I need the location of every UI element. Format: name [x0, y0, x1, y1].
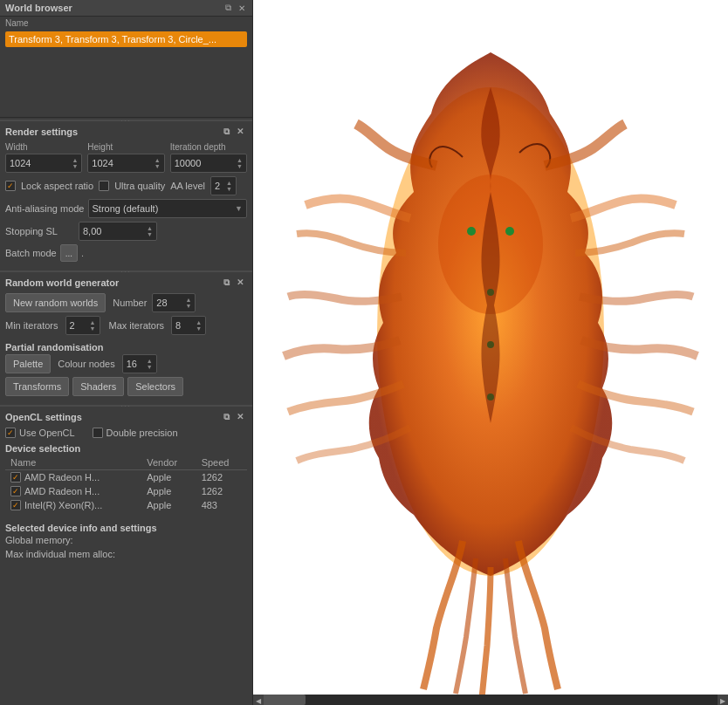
lock-aspect-label: Lock aspect ratio [21, 181, 93, 191]
aa-up[interactable]: ▲ [226, 180, 232, 186]
colour-nodes-up[interactable]: ▲ [147, 358, 153, 364]
number-down[interactable]: ▼ [185, 303, 191, 309]
opencl-title: OpenCL settings [5, 412, 82, 422]
device-selection-header: Device selection [5, 441, 247, 455]
device-checkbox[interactable] [10, 486, 21, 496]
colour-nodes-spinbox[interactable]: 16 ▲ ▼ [122, 354, 157, 373]
device-info-header: Selected device info and settings [5, 519, 247, 535]
opencl-float-icon[interactable]: ⧉ [223, 412, 234, 422]
device-table-row[interactable]: Intel(R) Xeon(R)...Apple483 [5, 498, 247, 512]
device-col-name: Name [5, 455, 141, 470]
shaders-btn[interactable]: Shaders [72, 377, 124, 396]
height-down[interactable]: ▼ [155, 163, 161, 169]
double-precision-checkbox[interactable] [93, 428, 103, 438]
random-world-form: New random worlds Number 28 ▲ ▼ Min iter… [0, 290, 252, 403]
min-iterators-value: 2 [70, 320, 90, 331]
number-label: Number [113, 298, 147, 308]
min-iterators-label: Min iterators [5, 320, 58, 331]
partial-randomisation-header: Partial randomisation [5, 339, 247, 354]
partial-randomisation-title: Partial randomisation [5, 342, 103, 352]
opencl-options-row: Use OpenCL Double precision [5, 428, 247, 438]
random-world-title: Random world generator [5, 277, 119, 288]
randomise-buttons-row: Transforms Shaders Selectors [5, 377, 247, 396]
anti-aliasing-select[interactable]: Strong (default) ▼ [88, 199, 248, 218]
max-iter-arrows: ▲ ▼ [196, 319, 202, 332]
height-value: 1024 [92, 158, 154, 168]
quality-row: Lock aspect ratio Ultra quality AA level… [5, 176, 247, 195]
max-iterators-spinbox[interactable]: 8 ▲ ▼ [171, 316, 206, 335]
divider-opencl: ··· [0, 405, 252, 407]
render-close-icon[interactable]: ✕ [237, 127, 247, 137]
new-random-btn[interactable]: New random worlds [5, 293, 106, 312]
random-world-section: Random world generator ⧉ ✕ New random wo… [0, 274, 252, 403]
selectors-btn[interactable]: Selectors [127, 377, 183, 396]
stopping-sl-up[interactable]: ▲ [147, 225, 153, 231]
render-float-icon[interactable]: ⧉ [223, 127, 234, 137]
render-settings-form: Width 1024 ▲ ▼ Height 1024 ▲ [0, 139, 252, 269]
render-settings-title: Render settings [5, 127, 78, 137]
min-iterators-spinbox[interactable]: 2 ▲ ▼ [65, 316, 100, 335]
height-spinbox[interactable]: 1024 ▲ ▼ [87, 154, 164, 173]
number-spinbox[interactable]: 28 ▲ ▼ [152, 293, 196, 312]
opencl-section: OpenCL settings ⧉ ✕ Use OpenCL Double pr… [0, 408, 252, 516]
stopping-sl-row: Stopping SL 8,00 ▲ ▼ [5, 222, 247, 241]
opencl-form: Use OpenCL Double precision Device selec… [0, 424, 252, 516]
world-browser-float-btn[interactable]: ⧉ [223, 3, 233, 13]
device-speed: 1262 [196, 484, 247, 498]
random-close-icon[interactable]: ✕ [237, 277, 247, 288]
world-list-item[interactable]: Transform 3, Transform 3, Transform 3, C… [5, 31, 247, 47]
stopping-sl-down[interactable]: ▼ [147, 231, 153, 237]
height-up[interactable]: ▲ [155, 157, 161, 163]
double-precision-label: Double precision [106, 428, 178, 438]
use-opencl-checkbox[interactable] [5, 428, 16, 438]
opencl-icons: ⧉ ✕ [223, 412, 247, 422]
world-browser-title: World browser [5, 3, 72, 13]
iteration-down[interactable]: ▼ [237, 163, 243, 169]
world-browser-close-btn[interactable]: ✕ [237, 3, 247, 13]
min-iter-down[interactable]: ▼ [90, 325, 96, 332]
width-down[interactable]: ▼ [72, 163, 78, 169]
aa-level-spinbox[interactable]: 2 ▲ ▼ [210, 176, 237, 195]
device-table-row[interactable]: AMD Radeon H...Apple1262 [5, 470, 247, 485]
ultra-quality-checkbox[interactable] [99, 181, 109, 191]
min-iter-up[interactable]: ▲ [90, 319, 96, 325]
lock-aspect-checkbox[interactable] [5, 181, 16, 191]
width-up[interactable]: ▲ [72, 157, 78, 163]
device-table: Name Vendor Speed AMD Radeon H...Apple12… [5, 455, 247, 512]
device-vendor: Apple [141, 470, 196, 485]
iteration-label: Iteration depth [170, 142, 247, 152]
number-up[interactable]: ▲ [185, 297, 191, 303]
iteration-up[interactable]: ▲ [237, 157, 243, 163]
device-name: AMD Radeon H... [24, 472, 100, 483]
new-random-row: New random worlds Number 28 ▲ ▼ [5, 293, 247, 312]
anti-aliasing-arrow: ▼ [235, 204, 243, 213]
iteration-value: 10000 [175, 158, 237, 168]
batch-dots-btn[interactable]: ... [60, 244, 78, 262]
anti-aliasing-row: Anti-aliasing mode Strong (default) ▼ [5, 199, 247, 218]
svg-point-3 [467, 227, 476, 236]
global-memory-label: Global memory: [5, 535, 75, 545]
stopping-sl-value: 8,00 [83, 226, 147, 236]
aa-down[interactable]: ▼ [226, 186, 232, 192]
colour-nodes-arrows: ▲ ▼ [147, 358, 153, 370]
max-iter-down[interactable]: ▼ [196, 325, 202, 332]
anti-aliasing-value: Strong (default) [93, 203, 159, 214]
opencl-close-icon[interactable]: ✕ [237, 412, 247, 422]
render-settings-header: Render settings ⧉ ✕ [0, 123, 252, 139]
max-iter-up[interactable]: ▲ [196, 319, 202, 325]
stopping-sl-spinbox[interactable]: 8,00 ▲ ▼ [79, 222, 157, 241]
iteration-arrows: ▲ ▼ [237, 157, 243, 169]
transforms-btn[interactable]: Transforms [5, 377, 69, 396]
device-checkbox[interactable] [10, 500, 21, 510]
device-checkbox[interactable] [10, 472, 21, 483]
divider-random: ··· [0, 270, 252, 272]
iterators-row: Min iterators 2 ▲ ▼ Max iterators 8 ▲ ▼ [5, 316, 247, 335]
left-panel: World browser ⧉ ✕ Name Transform 3, Tran… [0, 0, 253, 705]
iteration-spinbox[interactable]: 10000 ▲ ▼ [170, 154, 247, 173]
palette-btn[interactable]: Palette [5, 354, 51, 373]
aa-level-value: 2 [215, 181, 220, 191]
colour-nodes-down[interactable]: ▼ [147, 364, 153, 370]
width-spinbox[interactable]: 1024 ▲ ▼ [5, 154, 82, 173]
random-float-icon[interactable]: ⧉ [223, 277, 234, 288]
device-table-row[interactable]: AMD Radeon H...Apple1262 [5, 484, 247, 498]
